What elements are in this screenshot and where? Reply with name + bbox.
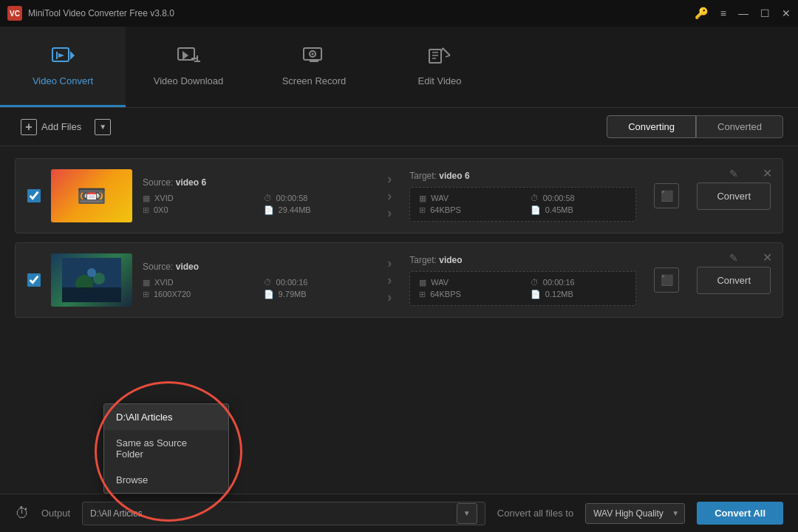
svg-point-24 — [87, 268, 96, 277]
svg-line-17 — [443, 48, 450, 55]
file1-target-info: Target: video 6 ▦ WAV ⏱ 00:00:58 ⊞ 64KBP… — [409, 171, 636, 222]
file1-resolution: ⊞ 0X0 — [143, 205, 249, 215]
video-download-icon — [177, 45, 200, 69]
file1-source-title: Source: video 6 — [143, 177, 369, 188]
file-card-2: Source: video ▦ XVID ⏱ 00:00:16 ⊞ 1600X7… — [15, 242, 783, 318]
add-files-label: Add Files — [41, 121, 81, 132]
convert-all-button[interactable]: Convert All — [697, 502, 783, 525]
file1-source-meta: ▦ XVID ⏱ 00:00:58 ⊞ 0X0 📄 29.44MB — [143, 194, 369, 215]
output-clock-icon: ⏱ — [15, 505, 30, 522]
file2-edit-button[interactable]: ✎ — [729, 252, 738, 264]
output-path-field[interactable]: D:\All Articles ▼ — [82, 502, 485, 525]
file1-target-format: ▦ WAV — [419, 194, 516, 203]
menu-icon[interactable]: ≡ — [720, 7, 726, 20]
titlebar: VC MiniTool Video Converter Free v3.8.0 … — [0, 0, 798, 27]
arrows-2: › › › — [387, 256, 392, 305]
tab-video-download-label: Video Download — [154, 75, 223, 86]
add-files-dropdown-arrow[interactable]: ▼ — [95, 119, 111, 135]
tab-edit-video[interactable]: Edit Video — [377, 27, 502, 107]
file2-size: 📄 9.79MB — [264, 290, 370, 299]
video-convert-icon — [51, 45, 75, 69]
file-icon-2: 📄 — [264, 290, 274, 299]
nav-tabs: Video Convert Video Download Screen Reco… — [0, 27, 798, 108]
file2-checkbox[interactable] — [27, 273, 41, 287]
minimize-button[interactable]: — — [738, 7, 748, 20]
titlebar-controls: 🔑 ≡ — ☐ ✕ — [695, 7, 791, 20]
tab-screen-record[interactable]: Screen Record — [251, 27, 377, 107]
dropdown-item-all-articles[interactable]: D:\All Articles — [104, 404, 228, 430]
file1-source-info: Source: video 6 ▦ XVID ⏱ 00:00:58 ⊞ 0X0 … — [143, 177, 369, 215]
res-icon-2: ⊞ — [143, 290, 149, 299]
svg-line-19 — [446, 55, 450, 57]
dropdown-item-browse[interactable]: Browse — [104, 467, 228, 493]
key-icon[interactable]: 🔑 — [695, 7, 709, 20]
file2-target-box: ▦ WAV ⏱ 00:00:16 ⊞ 64KBPS 📄 0.12MB — [409, 271, 636, 306]
content-area: 📼 Source: video 6 ▦ XVID ⏱ 00:00:58 ⊞ 0X… — [0, 146, 798, 330]
file1-edit-button[interactable]: ✎ — [729, 168, 738, 180]
clock-icon: ⏱ — [264, 194, 272, 202]
add-files-button[interactable]: + Add Files — [15, 115, 87, 140]
output-path-text: D:\All Articles — [90, 508, 457, 519]
file2-target-size: 📄 0.12MB — [531, 290, 627, 299]
add-files-plus-icon: + — [21, 119, 37, 135]
svg-line-18 — [441, 48, 443, 52]
file2-target-settings-button[interactable]: ⬛ — [654, 267, 679, 293]
subtab-converting[interactable]: Converting — [607, 115, 696, 138]
file2-target-bitrate: ⊞ 64KBPS — [419, 290, 516, 299]
output-dropdown-menu: D:\All Articles Same as Source Folder Br… — [103, 403, 229, 494]
file1-target-box: ▦ WAV ⏱ 00:00:58 ⊞ 64KBPS 📄 0.45MB — [409, 187, 636, 222]
file1-target-duration: ⏱ 00:00:58 — [531, 194, 627, 203]
cassette-icon: 📼 — [77, 182, 106, 210]
wav-icon: ▦ — [419, 194, 426, 203]
svg-point-12 — [312, 53, 314, 55]
tab-edit-video-label: Edit Video — [417, 75, 461, 86]
arrows-1: › › › — [387, 171, 392, 221]
wav-icon-2: ▦ — [419, 278, 426, 287]
footer: ⏱ Output D:\All Articles ▼ Convert all f… — [0, 494, 798, 532]
file2-target-info: Target: video ▦ WAV ⏱ 00:00:16 ⊞ 64KBPS … — [409, 255, 636, 306]
format-selector-wrapper: WAV High Quality ▼ — [585, 503, 685, 524]
file1-target-settings-button[interactable]: ⬛ — [654, 183, 679, 208]
file2-target-title: Target: video — [409, 255, 636, 265]
close-button[interactable]: ✕ — [782, 7, 791, 20]
file2-close-button[interactable]: ✕ — [763, 250, 772, 265]
file2-format: ▦ XVID — [143, 278, 249, 287]
subtab-converted[interactable]: Converted — [696, 115, 783, 138]
tab-video-convert-label: Video Convert — [33, 75, 93, 86]
file2-thumbnail — [51, 253, 132, 307]
file1-convert-button[interactable]: Convert — [697, 183, 771, 210]
file2-duration: ⏱ 00:00:16 — [264, 278, 370, 287]
output-path-dropdown-button[interactable]: ▼ — [457, 503, 477, 524]
file-card-1: 📼 Source: video 6 ▦ XVID ⏱ 00:00:58 ⊞ 0X… — [15, 158, 783, 233]
output-label: Output — [41, 508, 70, 519]
maximize-button[interactable]: ☐ — [760, 7, 770, 20]
clock-icon-2: ⏱ — [264, 278, 272, 287]
svg-rect-13 — [429, 50, 441, 63]
file1-format: ▦ XVID — [143, 194, 249, 203]
svg-marker-3 — [58, 53, 64, 58]
file1-thumbnail: 📼 — [51, 169, 132, 222]
file2-resolution: ⊞ 1600X720 — [143, 290, 249, 299]
toolbar: + Add Files ▼ Converting Converted — [0, 108, 798, 146]
tab-screen-record-label: Screen Record — [282, 75, 347, 86]
svg-marker-1 — [70, 51, 75, 60]
tab-video-convert[interactable]: Video Convert — [0, 27, 126, 107]
file2-target-format: ▦ WAV — [419, 278, 516, 287]
svg-rect-23 — [62, 287, 121, 302]
format-selector[interactable]: WAV High Quality — [585, 503, 685, 524]
file2-convert-button[interactable]: Convert — [697, 267, 771, 294]
format-icon-2: ▦ — [143, 278, 150, 287]
dropdown-item-same-as-source[interactable]: Same as Source Folder — [104, 430, 228, 467]
file1-target-title: Target: video 6 — [409, 171, 636, 181]
file1-size: 📄 29.44MB — [264, 205, 370, 215]
file1-checkbox[interactable] — [27, 189, 41, 202]
file1-close-button[interactable]: ✕ — [763, 166, 772, 180]
game-thumbnail — [51, 253, 132, 307]
file1-target-size: 📄 0.45MB — [531, 205, 627, 215]
screen-record-icon — [302, 45, 326, 69]
tab-video-download[interactable]: Video Download — [126, 27, 251, 107]
svg-marker-5 — [183, 51, 188, 60]
convert-all-files-to-label: Convert all files to — [497, 508, 573, 519]
edit-video-icon — [428, 45, 451, 69]
titlebar-title: MiniTool Video Converter Free v3.8.0 — [28, 8, 174, 18]
